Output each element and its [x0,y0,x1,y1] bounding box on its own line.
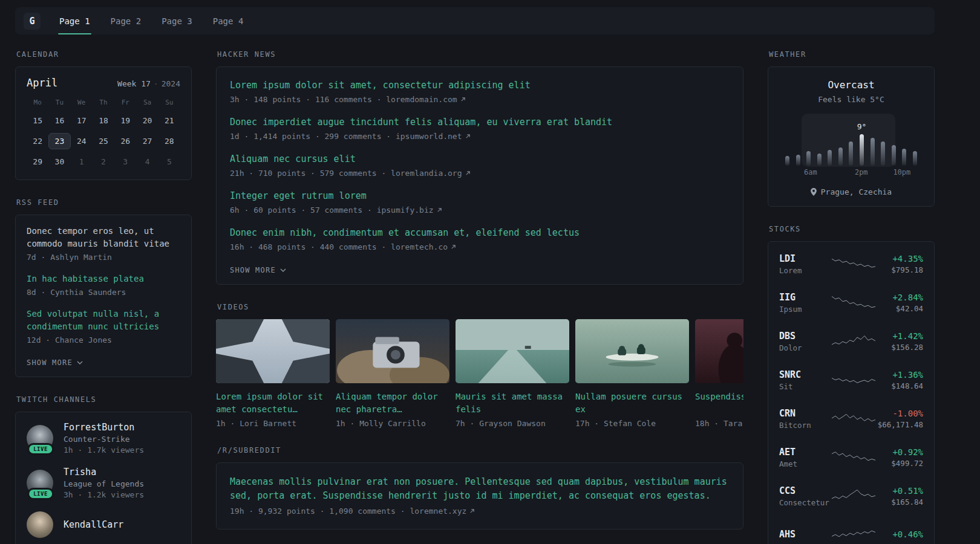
rss-item-title[interactable]: In hac habitasse platea [27,273,180,285]
stock-name: Sit [779,382,831,391]
calendar-year: 2024 [162,79,180,88]
twitch-channel-list: LIVEForrestBurtonCounter-Strike1h · 1.7k… [27,422,180,538]
stock-name: Bitcorn [779,421,831,430]
hn-item-title[interactable]: Donec enim nibh, condimentum et accumsan… [230,227,730,240]
video-title[interactable]: Mauris sit amet massa felis [456,390,569,416]
rss-show-more-label: SHOW MORE [27,358,73,367]
stock-row[interactable]: SNRCSit+1.36%$148.64 [779,361,923,400]
stock-symbol: LDI [779,253,831,264]
stock-row[interactable]: LDILorem+4.35%$795.18 [779,245,923,283]
stock-values: +1.36%$148.64 [876,370,923,390]
subreddit-post-domain[interactable]: loremnet.xyz [410,507,466,516]
stock-sparkline [831,332,876,352]
hn-item: Integer eget rutrum lorem6h · 60 points … [230,190,730,216]
subreddit-widget: /R/SUBREDDIT Maecenas mollis pulvinar er… [216,446,743,530]
videos-widget: VIDEOS Lorem ipsum dolor sit amet consec… [216,303,743,428]
twitch-channel[interactable]: LIVETrishaLeague of Legends3h · 1.2k vie… [27,467,180,499]
hn-item-domain[interactable]: ipsumworld.net [396,132,462,141]
hn-item-meta: 21h · 710 points · 579 comments · loreml… [230,168,730,179]
video-title[interactable]: Suspendisse diam [695,390,743,416]
video-title[interactable]: Nullam posuere cursus ex [575,390,689,416]
tab-page-2[interactable]: Page 2 [100,7,152,34]
weather-bar [806,151,811,166]
video-thumbnail [336,319,449,383]
stock-change: +1.42% [876,331,923,341]
section-title-calendar: CALENDAR [16,50,192,59]
hn-item-domain[interactable]: loremtech.co [391,242,448,251]
twitch-channel[interactable]: KendallCarr [27,511,180,538]
hackernews-box: Lorem ipsum dolor sit amet, consectetur … [216,66,743,285]
calendar-day: 18 [93,112,114,129]
stock-price: $795.18 [876,265,923,274]
subreddit-post-title[interactable]: Maecenas mollis pulvinar erat non posuer… [230,475,730,504]
rss-item-title[interactable]: Sed volutpat nulla nisl, a condimentum n… [27,308,180,333]
video-title[interactable]: Aliquam tempor dolor nec pharetra… [336,390,449,416]
stock-info: CRNBitcorn [779,408,831,430]
hn-item-title[interactable]: Aliquam nec cursus elit [230,153,730,166]
hackernews-widget: HACKER NEWS Lorem ipsum dolor sit amet, … [216,50,743,285]
stock-row[interactable]: AETAmet+0.92%$499.72 [779,438,923,477]
video-thumbnail [456,319,569,383]
hn-item-title[interactable]: Lorem ipsum dolor sit amet, consectetur … [230,79,730,92]
stock-row[interactable]: IIGIpsum+2.84%$42.04 [779,283,923,322]
rss-item-meta: 8d · Cynthia Saunders [27,287,180,298]
calendar-box: April Week 17·2024 MoTuWeThFrSaSu1516171… [15,66,192,180]
calendar-day-header: We [71,97,93,108]
weather-bar [881,141,885,166]
hn-item-title[interactable]: Donec imperdiet augue tincidunt felis al… [230,116,730,129]
stock-row[interactable]: CCSConsectetur+0.51%$165.84 [779,477,923,516]
calendar-day: 3 [114,154,136,170]
video-meta: 7h · Grayson Dawson [456,419,569,428]
hn-item-stats: 21h · 710 points · 579 comments · [230,169,391,178]
calendar-day: 24 [71,133,93,149]
calendar-month: April [27,77,57,89]
app-logo[interactable]: G [24,13,41,30]
stock-change: +4.35% [876,254,923,264]
stock-name: Dolor [779,343,831,352]
tab-page-3[interactable]: Page 3 [151,7,203,34]
tab-page-4[interactable]: Page 4 [203,7,254,34]
video-title[interactable]: Lorem ipsum dolor sit amet consectetu… [216,390,330,416]
subreddit-box: Maecenas mollis pulvinar erat non posuer… [216,462,743,530]
stock-row[interactable]: AHS+0.46% [779,516,923,544]
stock-values: +0.92%$499.72 [876,447,923,468]
calendar-day-header: Th [93,97,114,108]
calendar-day: 20 [136,112,158,129]
video-card[interactable]: Suspendisse diam18h · Tara [695,319,743,428]
stock-info: IIGIpsum [779,292,831,314]
hn-item-domain[interactable]: ipsumify.biz [377,206,434,215]
hn-item-title[interactable]: Integer eget rutrum lorem [230,190,730,203]
chevron-down-icon [280,268,286,272]
tab-page-1[interactable]: Page 1 [49,7,100,34]
weather-bar: 9° [860,134,864,166]
stock-name: Amet [779,459,831,468]
stock-values: +4.35%$795.18 [876,254,923,274]
video-card[interactable]: Aliquam tempor dolor nec pharetra…1h · M… [336,319,449,428]
left-column: CALENDAR April Week 17·2024 MoTuWeThFrSa… [15,50,192,544]
hackernews-show-more-button[interactable]: SHOW MORE [230,266,286,274]
rss-box: Donec tempor eros leo, ut commodo mauris… [15,215,192,377]
stock-sparkline [831,293,876,313]
stock-sparkline [831,448,876,468]
stock-row[interactable]: DBSDolor+1.42%$156.28 [779,322,923,361]
stock-price: $156.28 [876,343,923,352]
rss-item-title[interactable]: Donec tempor eros leo, ut commodo mauris… [27,225,180,250]
highlighted-temp-label: 9° [857,122,867,131]
twitch-channel[interactable]: LIVEForrestBurtonCounter-Strike1h · 1.7k… [27,422,180,455]
rss-widget: RSS FEED Donec tempor eros leo, ut commo… [15,198,192,377]
section-title-hackernews: HACKER NEWS [217,50,743,59]
stock-sparkline [831,371,876,390]
video-card[interactable]: Nullam posuere cursus ex17h · Stefan Col… [575,319,689,428]
hn-item-meta: 6h · 60 points · 57 comments · ipsumify.… [230,205,730,216]
avatar: LIVE [27,425,54,452]
hn-item-domain[interactable]: loremdomain.com [386,95,457,104]
video-card[interactable]: Mauris sit amet massa felis7h · Grayson … [456,319,569,428]
hackernews-show-more-label: SHOW MORE [230,266,276,274]
rss-show-more-button[interactable]: SHOW MORE [27,358,83,367]
channel-info: ForrestBurtonCounter-Strike1h · 1.7k vie… [64,422,144,455]
calendar-day: 5 [158,154,180,170]
video-card[interactable]: Lorem ipsum dolor sit amet consectetu…1h… [216,319,330,428]
hn-item-domain[interactable]: loremlandia.org [391,169,462,178]
stock-row[interactable]: CRNBitcorn-1.00%$66,171.48 [779,400,923,438]
channel-name: Trisha [64,467,144,478]
